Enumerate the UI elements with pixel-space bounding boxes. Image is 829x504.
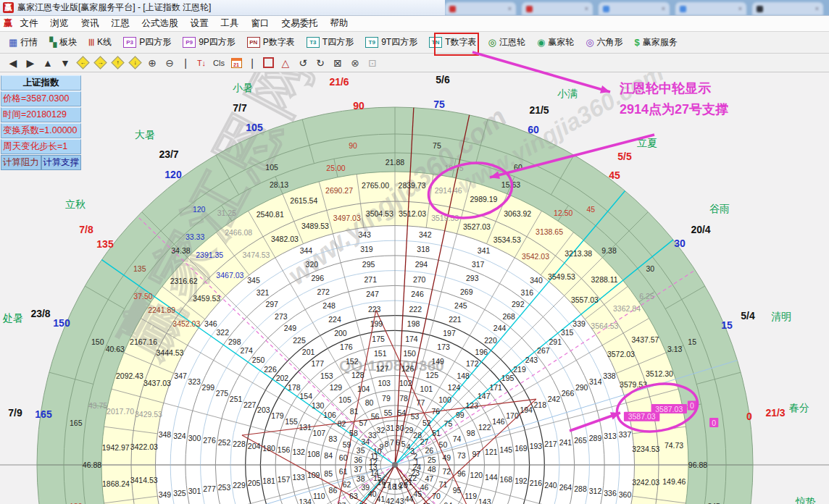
svg-text:336: 336	[604, 489, 617, 497]
pan-left-icon[interactable]: ←	[77, 58, 88, 67]
toolbar-button-9T四方形[interactable]: T99T四方形	[363, 35, 420, 50]
svg-text:33.33: 33.33	[186, 232, 204, 241]
close-icon[interactable]: ×	[585, 5, 588, 12]
pan-down-icon[interactable]: ↓	[129, 58, 141, 67]
toolbar-label: 江恩轮	[499, 36, 525, 49]
cls-button[interactable]: Cls	[213, 59, 225, 67]
toolbar-button-K线[interactable]: ꔖK线	[86, 35, 114, 50]
calendar-icon[interactable]: 21	[230, 58, 242, 68]
svg-text:94: 94	[444, 501, 453, 504]
rotate-cw-icon[interactable]: ↻	[314, 57, 326, 69]
browser-tab[interactable]: ×	[599, 2, 670, 15]
menu-item-工具[interactable]: 工具	[221, 17, 239, 30]
toolbar-button-赢家轮[interactable]: ◉赢家轮	[535, 35, 576, 50]
menu-item-窗口[interactable]: 窗口	[251, 17, 270, 30]
svg-text:63: 63	[349, 492, 358, 500]
svg-text:314: 314	[589, 377, 602, 386]
svg-text:133: 133	[292, 473, 305, 482]
browser-tab[interactable]: ×	[752, 2, 823, 15]
svg-text:25: 25	[428, 455, 436, 464]
app-logo-icon: 赢	[3, 2, 14, 13]
svg-text:194: 194	[520, 406, 533, 414]
toolbar-label: 赢家轮	[548, 36, 574, 49]
sort-icon[interactable]: T↓	[196, 59, 207, 67]
svg-text:123: 123	[466, 401, 479, 410]
zoom-out-icon[interactable]: ⊖	[164, 57, 175, 69]
svg-text:96.88: 96.88	[688, 461, 707, 469]
svg-text:145: 145	[500, 445, 513, 454]
menu-item-江恩[interactable]: 江恩	[112, 17, 130, 30]
svg-text:221: 221	[449, 315, 462, 324]
svg-text:9.38: 9.38	[601, 246, 617, 255]
svg-text:132: 132	[292, 448, 305, 456]
up-arrow-icon[interactable]: ▲	[42, 57, 54, 69]
toolbar-button-六角形[interactable]: ◎六角形	[583, 35, 625, 50]
svg-text:50: 50	[439, 440, 448, 449]
svg-text:46: 46	[420, 483, 429, 492]
background-browser-tabs[interactable]: ×××××	[445, 0, 829, 15]
down-arrow-icon[interactable]: ▼	[59, 57, 71, 69]
menu-item-设置[interactable]: 设置	[191, 17, 209, 30]
pan-up-icon[interactable]: ↑	[112, 58, 123, 67]
svg-text:3587.03: 3587.03	[655, 405, 683, 413]
svg-text:272: 272	[317, 287, 330, 296]
toolbar-button-P四方形[interactable]: P3P四方形	[121, 35, 173, 50]
price-value: 价格=3587.0300	[1, 91, 81, 106]
svg-text:205: 205	[248, 479, 261, 487]
svg-text:274: 274	[240, 346, 253, 355]
toolbar-label: T数字表	[445, 36, 476, 49]
svg-text:313: 313	[604, 432, 617, 440]
toolbar-button-T四方形[interactable]: T3T四方形	[304, 35, 356, 50]
svg-text:56: 56	[371, 412, 380, 421]
zoom-in-icon[interactable]: ⊕	[146, 57, 158, 69]
menu-item-交易委托[interactable]: 交易委托	[282, 17, 318, 30]
menu-item-浏览[interactable]: 浏览	[51, 17, 69, 30]
menu-item-公式选股[interactable]: 公式选股	[142, 17, 178, 30]
expand-icon[interactable]: ⊠	[332, 57, 343, 69]
svg-text:338: 338	[603, 371, 616, 380]
svg-text:202: 202	[276, 374, 289, 382]
svg-text:18.75: 18.75	[444, 164, 463, 172]
toolbar-button-板块[interactable]: ▚板块	[47, 35, 79, 50]
menu-item-文件[interactable]: 文件	[20, 17, 38, 30]
forward-arrow-icon[interactable]: ▶	[25, 57, 36, 69]
close-icon[interactable]: ×	[815, 5, 819, 12]
close-icon[interactable]: ×	[508, 5, 512, 12]
browser-tab[interactable]: ×	[675, 2, 746, 15]
svg-text:173: 173	[437, 343, 450, 351]
browser-tab[interactable]: ×	[445, 2, 516, 15]
shrink-icon[interactable]: ⊗	[349, 57, 361, 69]
svg-text:74.73: 74.73	[665, 441, 683, 450]
square-tool-icon[interactable]	[262, 57, 274, 68]
svg-text:49: 49	[442, 453, 451, 462]
svg-text:135: 135	[133, 264, 146, 273]
menu-item-帮助[interactable]: 帮助	[330, 17, 349, 30]
svg-text:3.13: 3.13	[667, 345, 683, 353]
browser-tab[interactable]: ×	[522, 2, 593, 15]
svg-text:120: 120	[164, 169, 182, 180]
calc-resistance-button[interactable]: 计算阻力	[1, 155, 41, 170]
menu-item-资讯[interactable]: 资讯	[81, 17, 99, 30]
toolbar-button-赢家服务[interactable]: $赢家服务	[633, 35, 680, 50]
svg-text:177: 177	[311, 359, 324, 368]
back-arrow-icon[interactable]: ◀	[7, 57, 19, 69]
toolbar-button-P数字表[interactable]: PNP数字表	[245, 35, 297, 50]
toolbar-button-行情[interactable]: ▦行情	[7, 35, 40, 50]
pan-right-icon[interactable]: →	[94, 58, 106, 67]
toolbar-button-T数字表[interactable]: TNT数字表	[427, 35, 478, 50]
toolbar-button-江恩轮[interactable]: ◎江恩轮	[486, 35, 528, 50]
svg-text:41: 41	[377, 495, 386, 503]
svg-text:156: 156	[278, 445, 291, 454]
svg-text:80: 80	[365, 398, 374, 407]
rotate-ccw-icon[interactable]: ↺	[297, 57, 309, 69]
triangle-tool-icon[interactable]: △	[280, 57, 291, 69]
calc-support-button[interactable]: 计算支撑	[41, 155, 82, 170]
svg-text:29: 29	[405, 426, 414, 434]
panel-title: 上证指数	[1, 75, 81, 91]
svg-text:谷雨: 谷雨	[709, 203, 730, 214]
close-icon[interactable]: ×	[738, 5, 742, 12]
close-icon[interactable]: ×	[662, 5, 665, 12]
screen-icon[interactable]: ⊡	[367, 57, 378, 69]
toolbar-button-9P四方形[interactable]: P99P四方形	[180, 35, 238, 50]
svg-text:37: 37	[354, 465, 362, 474]
